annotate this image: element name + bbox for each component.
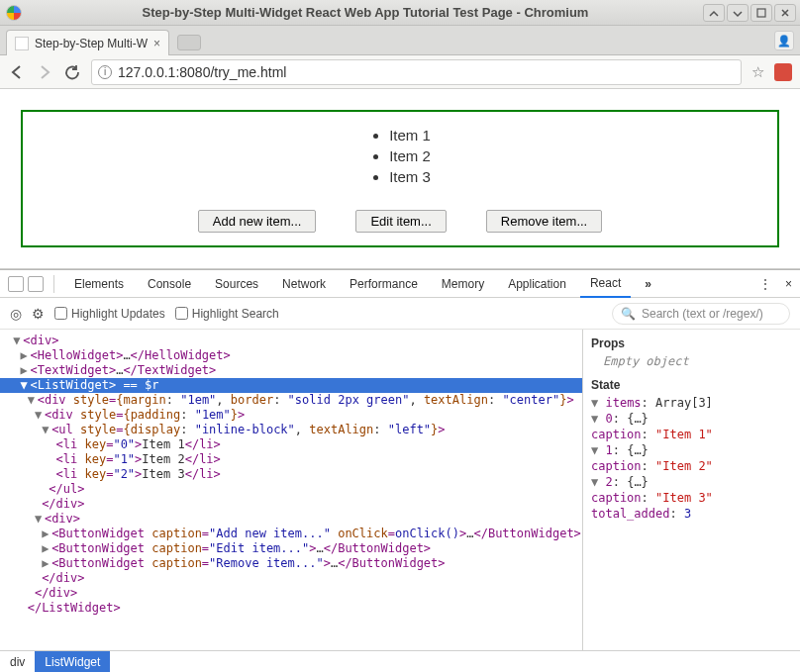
- window-title: Step-by-Step Multi-Widget React Web App …: [28, 5, 703, 20]
- tabs-more-icon[interactable]: »: [635, 271, 661, 297]
- page-content: Item 1 Item 2 Item 3 Add new item... Edi…: [0, 89, 800, 269]
- profile-button[interactable]: 👤: [774, 31, 794, 50]
- devtools-close-icon[interactable]: ×: [785, 277, 792, 291]
- button-row: Add new item... Edit item... Remove item…: [23, 210, 777, 233]
- tab-console[interactable]: Console: [138, 271, 201, 297]
- selected-node: ▼<ListWidget> == $r: [0, 378, 582, 393]
- tab-title: Step-by-Step Multi-W: [35, 37, 148, 50]
- add-item-button[interactable]: Add new item...: [198, 210, 317, 233]
- search-icon: 🔍: [621, 307, 636, 321]
- gear-icon[interactable]: ⚙: [32, 306, 45, 322]
- list-widget: Item 1 Item 2 Item 3 Add new item... Edi…: [21, 110, 779, 247]
- tab-network[interactable]: Network: [272, 271, 336, 297]
- list-item: Item 3: [389, 166, 431, 187]
- minimize-button[interactable]: [703, 4, 725, 22]
- breadcrumb: div ListWidget: [0, 650, 800, 672]
- tab-performance[interactable]: Performance: [340, 271, 428, 297]
- bookmark-icon[interactable]: ☆: [751, 63, 764, 81]
- props-empty: Empty object: [603, 353, 792, 369]
- props-header: Props: [591, 336, 792, 351]
- svg-rect-0: [757, 9, 765, 17]
- device-icon[interactable]: [28, 276, 44, 292]
- list-item: Item 2: [389, 145, 431, 166]
- crumb-root[interactable]: div: [0, 651, 35, 672]
- maximize-button[interactable]: [750, 4, 772, 22]
- tab-application[interactable]: Application: [498, 271, 576, 297]
- browser-tab[interactable]: Step-by-Step Multi-W ×: [6, 30, 169, 55]
- devtools-tabs: Elements Console Sources Network Perform…: [0, 270, 800, 298]
- highlight-search-checkbox[interactable]: Highlight Search: [175, 307, 279, 321]
- state-caption-1: caption: "Item 2": [591, 458, 792, 474]
- restore-button[interactable]: [727, 4, 749, 22]
- state-item-0[interactable]: ▼ 0: {…}: [591, 411, 792, 427]
- state-caption-2: caption: "Item 3": [591, 490, 792, 506]
- remove-item-button[interactable]: Remove item...: [486, 210, 602, 233]
- site-info-icon[interactable]: i: [98, 65, 112, 79]
- tab-sources[interactable]: Sources: [205, 271, 268, 297]
- devtools: Elements Console Sources Network Perform…: [0, 269, 800, 672]
- component-tree[interactable]: ▼<div> ▶<HelloWidget>…</HelloWidget> ▶<T…: [0, 330, 582, 650]
- item-list: Item 1 Item 2 Item 3: [369, 125, 431, 187]
- list-wrap: Item 1 Item 2 Item 3: [23, 112, 777, 200]
- react-toolbar: ◎ ⚙ Highlight Updates Highlight Search 🔍…: [0, 298, 800, 330]
- new-tab-button[interactable]: [177, 35, 201, 50]
- tab-elements[interactable]: Elements: [64, 271, 134, 297]
- tab-memory[interactable]: Memory: [432, 271, 494, 297]
- crumb-active[interactable]: ListWidget: [35, 651, 110, 672]
- tab-react[interactable]: React: [580, 270, 631, 298]
- close-icon[interactable]: ×: [153, 37, 160, 50]
- props-state-pane: Props Empty object State ▼ items: Array[…: [582, 330, 800, 650]
- state-item-1[interactable]: ▼ 1: {…}: [591, 442, 792, 458]
- extension-icon[interactable]: [774, 63, 792, 81]
- state-item-2[interactable]: ▼ 2: {…}: [591, 474, 792, 490]
- back-button[interactable]: [8, 63, 26, 81]
- window-titlebar: Step-by-Step Multi-Widget React Web App …: [0, 0, 800, 26]
- state-header: State: [591, 377, 792, 393]
- tab-strip: Step-by-Step Multi-W × 👤: [0, 26, 800, 55]
- search-placeholder: Search (text or /regex/): [642, 307, 763, 321]
- edit-item-button[interactable]: Edit item...: [355, 210, 446, 233]
- page-icon: [15, 37, 29, 50]
- address-bar[interactable]: i 127.0.0.1:8080/try_me.html: [91, 59, 742, 85]
- highlight-updates-checkbox[interactable]: Highlight Updates: [54, 307, 165, 321]
- eye-icon[interactable]: ◎: [10, 306, 22, 322]
- search-input[interactable]: 🔍 Search (text or /regex/): [612, 303, 790, 325]
- state-total-added: total_added: 3: [591, 506, 792, 522]
- inspect-icon[interactable]: [8, 276, 24, 292]
- close-button[interactable]: [774, 4, 796, 22]
- reload-button[interactable]: [63, 63, 81, 81]
- forward-button[interactable]: [36, 63, 53, 81]
- devtools-menu-icon[interactable]: ⋮: [759, 277, 771, 291]
- address-bar-row: i 127.0.0.1:8080/try_me.html ☆: [0, 55, 800, 89]
- state-items[interactable]: ▼ items: Array[3]: [591, 395, 792, 411]
- chrome-icon: [6, 5, 22, 21]
- state-caption-0: caption: "Item 1": [591, 427, 792, 442]
- list-item: Item 1: [389, 125, 431, 145]
- url-text: 127.0.0.1:8080/try_me.html: [118, 64, 286, 80]
